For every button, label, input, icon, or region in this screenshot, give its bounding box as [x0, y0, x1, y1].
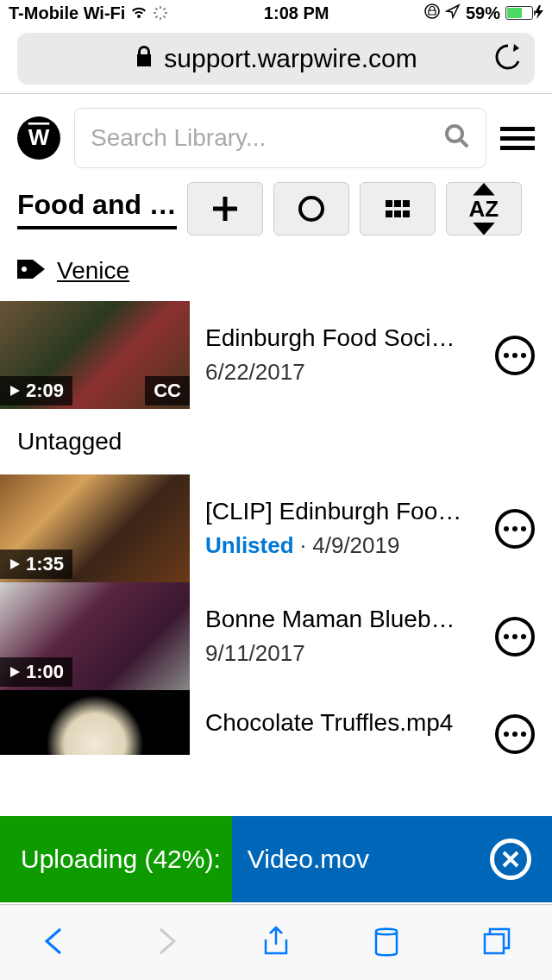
duration-badge: 1:00 [0, 657, 72, 687]
sort-label: AZ [469, 196, 499, 223]
svg-point-10 [447, 126, 462, 141]
warpwire-logo[interactable]: W [17, 116, 60, 160]
video-row[interactable]: 2:09 CC Edinburgh Food Soci… 6/22/2017 [0, 301, 552, 409]
carrier-label: T-Mobile Wi-Fi [9, 3, 125, 23]
loading-icon [153, 5, 168, 21]
orientation-lock-icon [424, 3, 440, 23]
video-thumbnail[interactable]: 1:35 [0, 474, 190, 582]
svg-point-12 [300, 198, 323, 220]
video-thumbnail[interactable]: 1:00 [0, 582, 190, 690]
lock-icon [135, 46, 154, 72]
battery-pct: 59% [466, 3, 500, 23]
add-button[interactable] [187, 182, 263, 236]
video-row[interactable]: Chocolate Truffles.mp4 [0, 690, 552, 755]
duration-badge: 1:35 [0, 550, 72, 579]
more-options-button[interactable] [495, 336, 535, 375]
cancel-upload-button[interactable] [490, 839, 531, 880]
unlisted-badge: Unlisted [205, 532, 294, 558]
reload-icon[interactable] [495, 42, 521, 75]
sort-button[interactable]: AZ [446, 182, 522, 236]
section-header-untagged: Untagged [0, 409, 552, 474]
clock: 1:08 PM [264, 3, 329, 23]
safari-toolbar [0, 904, 552, 980]
svg-line-11 [461, 140, 467, 147]
duration-badge: 2:09 [0, 376, 72, 405]
video-row[interactable]: 1:00 Bonne Maman Blueb… 9/11/2017 [0, 582, 552, 690]
more-options-button[interactable] [495, 714, 535, 754]
video-title: Edinburgh Food Soci… [205, 324, 480, 352]
browser-url-bar[interactable]: support.warpwire.com [17, 33, 535, 85]
tag-label: Venice [57, 257, 129, 285]
upload-progress-banner: Uploading (42%): Video.mov [0, 816, 552, 902]
breadcrumb[interactable]: Food and … [17, 189, 177, 229]
svg-rect-15 [403, 200, 410, 207]
svg-rect-14 [394, 200, 401, 207]
search-box[interactable] [74, 108, 486, 168]
tag-filter[interactable]: Venice [0, 236, 552, 301]
video-date: 9/11/2017 [205, 640, 480, 667]
upload-text-prefix: Uploading (42%): [21, 845, 221, 874]
video-title: Bonne Maman Blueb… [205, 606, 480, 633]
ios-status-bar: T-Mobile Wi-Fi 1:08 PM 59% [0, 0, 552, 26]
video-date: 6/22/2017 [205, 359, 480, 386]
bookmarks-button[interactable] [369, 924, 404, 962]
search-icon[interactable] [444, 123, 470, 153]
video-meta: Unlisted · 4/9/2019 [205, 532, 480, 559]
grid-view-button[interactable] [360, 182, 436, 236]
tabs-button[interactable] [480, 924, 514, 962]
video-row[interactable]: 1:35 [CLIP] Edinburgh Foo… Unlisted · 4/… [0, 474, 552, 582]
browser-url-bar-container: support.warpwire.com [0, 26, 552, 93]
svg-line-7 [164, 8, 166, 9]
svg-rect-20 [485, 934, 504, 953]
video-title: [CLIP] Edinburgh Foo… [205, 498, 480, 525]
video-title: Chocolate Truffles.mp4 [205, 709, 480, 737]
video-thumbnail[interactable]: 2:09 CC [0, 301, 190, 409]
svg-line-6 [156, 16, 158, 18]
library-toolbar: Food and … AZ [0, 182, 552, 236]
video-thumbnail[interactable] [0, 690, 190, 755]
svg-line-4 [156, 8, 158, 9]
hamburger-menu-icon[interactable] [500, 127, 535, 150]
record-button[interactable] [273, 182, 349, 236]
url-text: support.warpwire.com [164, 44, 417, 73]
charging-icon [535, 3, 543, 23]
search-input[interactable] [91, 124, 434, 152]
wifi-icon [130, 6, 147, 20]
location-icon [445, 3, 461, 23]
app-header: W [0, 94, 552, 182]
back-button[interactable] [38, 924, 72, 962]
upload-filename: Video.mov [248, 845, 369, 874]
more-options-button[interactable] [495, 617, 535, 656]
svg-rect-17 [394, 210, 401, 217]
forward-button [148, 924, 183, 962]
battery-icon [505, 6, 533, 20]
tag-icon [17, 256, 47, 286]
svg-rect-13 [386, 200, 392, 207]
svg-rect-18 [403, 210, 410, 217]
svg-point-19 [22, 267, 27, 272]
svg-line-5 [164, 16, 166, 18]
share-button[interactable] [259, 924, 293, 962]
svg-rect-16 [386, 210, 392, 217]
svg-text:W: W [28, 124, 50, 150]
cc-badge: CC [145, 376, 190, 405]
more-options-button[interactable] [495, 509, 535, 549]
